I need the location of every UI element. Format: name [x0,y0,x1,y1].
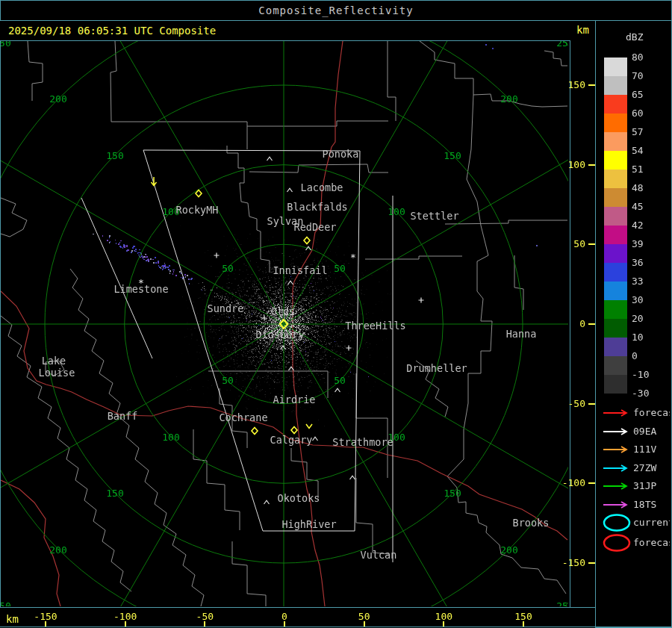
site-diamond-icon [291,427,297,434]
x-axis-unit-label: km [6,613,19,625]
y-axis-tick [588,243,595,245]
colorbar-block-70 [604,76,627,95]
caret-marker-icon [264,500,270,504]
y-axis-tick [588,562,595,564]
map-overlay-layer: 5050505010010010010015015015015020020020… [1,41,568,606]
colorbar-label: 70 [632,70,644,81]
star-marker-icon: * [350,252,356,263]
colorbar-block-36 [604,263,627,282]
ring-label: 250 [1,600,11,607]
site-diamond-icon [252,428,258,435]
y-axis-tick [588,482,595,484]
track-label: forecast [633,407,670,418]
caret-marker-icon [267,157,273,161]
colorbar-label: 54 [632,145,644,156]
city-label-strathmore: Strathmore [332,436,393,448]
caret-marker-icon [287,188,293,192]
ring-label: 150 [444,488,461,499]
city-labels: PonokaLacombeBlackfaldsSylvanRedDeerRock… [39,148,550,561]
ring-label: 100 [388,206,405,217]
plus-marker-icon [262,316,267,321]
y-axis-tick-label: 150 [554,79,585,90]
outer-border-bottom [0,627,672,627]
caret-marker-icon [350,476,355,479]
city-label-louise: Louise [39,367,75,379]
track-arrow-icon-forecast [603,410,626,416]
x-axis-tick [523,621,524,627]
timestamp-label: 2025/09/18 06:05:31 UTC Composite [8,25,216,37]
x-axis-tick [45,621,46,627]
x-axis-tick [284,621,285,627]
colorbar-label: 33 [632,276,644,287]
map-viewport[interactable]: 5050505010010010010015015015015020020020… [0,40,570,609]
city-label-cochrane: Cochrane [219,411,267,423]
track-label: 18TS [633,499,656,510]
radial-az330 [60,41,284,324]
ring-label: 100 [162,432,179,443]
legend-panel: dBZ 807065605754514845423936333020100-10… [595,20,672,628]
ring-label: 50 [334,263,346,274]
city-label-threehills: ThreeHills [345,320,405,332]
track-arrow-icon-111v [603,447,626,453]
y-axis-tick-label: -100 [554,477,585,488]
city-label-highriver: HighRiver [281,518,336,530]
ring-label: 150 [106,150,123,161]
colorbar-and-legend: 807065605754514845423936333020100-10-30f… [596,21,670,626]
caret-marker-icon [313,437,318,441]
window-title: Composite_Reflectivity [258,4,413,16]
city-label-didsbury: Didsbury [255,329,304,341]
ring-label: 200 [49,544,66,556]
caret-marker-icon [281,346,286,349]
colorbar-label: 45 [632,201,644,212]
x-axis-tick-label: 150 [501,611,546,622]
x-axis-tick-label: 50 [342,611,387,622]
y-axis-tick [588,164,595,166]
colorbar-label: 60 [632,108,644,119]
colorbar-label: 20 [632,313,644,324]
ring-label: 200 [500,544,517,556]
city-label-drumheller: Drumheller [406,362,467,374]
city-label-ponoka: Ponoka [323,148,359,160]
city-label-olds: Olds [271,305,296,317]
ring-label: 250 [1,41,11,49]
colorbar-label: 80 [632,52,644,63]
city-label-innisfail: Innisfail [273,264,327,276]
city-label-reddeer: RedDeer [294,221,337,233]
track-label: 09EA [633,426,656,437]
ring-label: 200 [500,93,517,105]
ring-label: 250 [556,600,568,607]
caret-marker-icon [288,281,293,285]
city-label-vulcan: Vulcan [361,549,397,561]
city-label-sundre: Sundre [208,302,244,314]
x-axis-tick [204,621,205,627]
track-arrow-icon-31jp [603,483,626,489]
colorbar-block-10 [604,338,627,356]
ellipse-label: current [633,517,670,528]
city-label-lake: Lake [42,355,66,367]
radial-az150 [284,324,508,606]
track-arrow-icon-27zw [603,465,626,471]
x-axis-tick-label: -150 [23,611,68,622]
colorbar-label: 57 [632,126,644,137]
city-label-hanna: Hanna [506,328,537,340]
city-label-stettler: Stettler [410,210,458,222]
colorbar-label: 51 [632,164,644,175]
x-axis-tick [443,621,444,627]
y-axis-tick-label: -50 [554,398,585,409]
ring-label: 200 [49,93,66,105]
colorbar-label: 48 [632,182,644,193]
ring-label: 50 [334,375,346,386]
city-label-calgary: Calgary [270,434,313,446]
caret-marker-icon [289,367,294,370]
colorbar-block-60 [604,114,627,132]
x-axis-tick [125,621,126,627]
colorbar-block-54 [604,151,627,170]
colorbar-label: -10 [632,369,649,380]
track-label: 111V [633,444,656,455]
colorbar-label: 42 [632,220,644,231]
city-label-lacombe: Lacombe [301,181,343,193]
track-label: 27ZW [633,462,656,473]
colorbar-block-80 [604,57,627,76]
colorbar-label: 0 [632,350,638,361]
y-axis-tick [588,323,595,325]
